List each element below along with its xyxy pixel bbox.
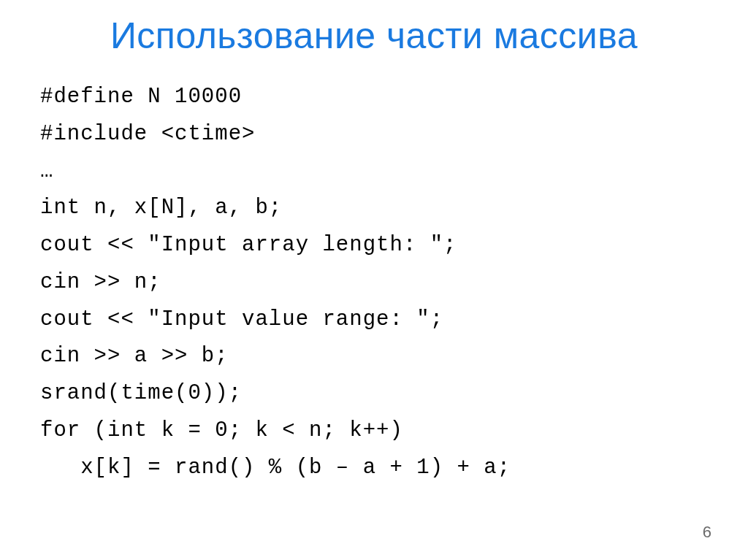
code-line-6: cin >> n; [40, 264, 711, 302]
code-line-1: #define N 10000 [40, 79, 711, 116]
slide-title: Использование части массива [37, 15, 711, 57]
code-block: #define N 10000 #include <ctime> … int n… [37, 79, 711, 486]
code-line-10: for (int k = 0; k < n; k++) [40, 413, 711, 450]
page-number: 6 [703, 523, 711, 542]
slide-container: Использование части массива #define N 10… [0, 0, 748, 560]
code-line-2: #include <ctime> [40, 116, 711, 153]
code-line-5: cout << "Input array length: "; [40, 227, 711, 264]
code-line-11: x[k] = rand() % (b – a + 1) + a; [40, 450, 711, 487]
code-line-4: int n, x[N], a, b; [40, 190, 711, 227]
code-line-8: cin >> a >> b; [40, 338, 711, 375]
code-line-7: cout << "Input value range: "; [40, 302, 711, 339]
code-line-3: … [40, 153, 711, 191]
code-line-9: srand(time(0)); [40, 375, 711, 413]
